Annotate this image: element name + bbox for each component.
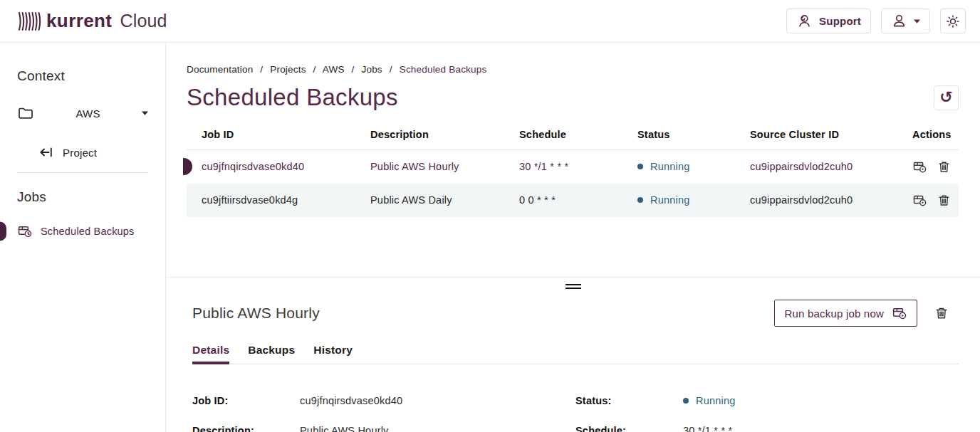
chevron-down-icon bbox=[914, 19, 920, 23]
table-header-row: Job ID Description Schedule Status Sourc… bbox=[187, 129, 959, 150]
breadcrumb-separator: / bbox=[390, 64, 392, 75]
run-backup-icon bbox=[892, 305, 907, 321]
drag-grip-icon bbox=[565, 284, 581, 289]
schedule-cell: 0 0 * * * bbox=[519, 184, 637, 217]
schedule-cell: 30 */1 * * * bbox=[519, 150, 637, 184]
status-badge: Running bbox=[637, 194, 750, 206]
sidebar-item-scheduled-backups[interactable]: Scheduled Backups bbox=[17, 223, 148, 239]
job-id-cell: cu9jfnqirsdvase0kd40 bbox=[202, 161, 304, 172]
sidebar-item-label: Scheduled Backups bbox=[41, 226, 135, 237]
theme-toggle-button[interactable] bbox=[940, 9, 966, 33]
breadcrumb: Documentation / Projects / AWS / Jobs / … bbox=[187, 64, 959, 75]
user-menu-button[interactable] bbox=[881, 9, 930, 33]
column-status: Status bbox=[637, 129, 750, 150]
tab-history[interactable]: History bbox=[313, 344, 353, 364]
page-title: Scheduled Backups bbox=[187, 84, 398, 111]
sidebar-divider bbox=[17, 172, 148, 173]
table-row[interactable]: cu9jftiirsdvase0kd4g Public AWS Daily 0 … bbox=[187, 184, 959, 217]
support-button[interactable]: Support bbox=[786, 9, 871, 33]
breadcrumb-separator: / bbox=[260, 64, 263, 75]
field-schedule: Schedule: 30 */1 * * * bbox=[575, 425, 959, 432]
user-icon bbox=[891, 13, 907, 29]
status-badge: Running bbox=[683, 395, 735, 406]
refresh-icon: ↺ bbox=[939, 90, 953, 105]
back-label: Project bbox=[63, 147, 97, 159]
brand-product: Cloud bbox=[120, 11, 167, 31]
breadcrumb-jobs[interactable]: Jobs bbox=[361, 64, 382, 75]
context-value: AWS bbox=[75, 107, 100, 120]
folder-icon bbox=[17, 105, 34, 121]
refresh-button[interactable]: ↺ bbox=[934, 85, 959, 110]
column-source-cluster-id: Source Cluster ID bbox=[750, 129, 912, 150]
context-dropdown[interactable]: AWS bbox=[17, 105, 148, 121]
column-job-id: Job ID bbox=[187, 129, 370, 150]
field-status: Status: Running bbox=[575, 395, 959, 406]
breadcrumb-aws[interactable]: AWS bbox=[323, 64, 345, 75]
active-item-marker bbox=[0, 222, 6, 241]
column-description: Description bbox=[370, 129, 519, 150]
app-header: kurrent Cloud Support bbox=[0, 0, 980, 43]
jobs-heading: Jobs bbox=[17, 189, 148, 205]
pane-resize-handle[interactable] bbox=[166, 277, 980, 295]
header-actions: Support bbox=[786, 9, 966, 33]
sun-icon bbox=[945, 14, 961, 29]
back-arrow-icon bbox=[38, 145, 54, 159]
breadcrumb-documentation[interactable]: Documentation bbox=[187, 64, 253, 75]
run-backup-now-label: Run backup job now bbox=[784, 307, 884, 320]
source-cluster-id-cell: cu9ippairsdvlod2cuh0 bbox=[750, 184, 912, 217]
status-dot-icon bbox=[637, 164, 643, 169]
brand-logo[interactable]: kurrent Cloud bbox=[17, 10, 167, 32]
support-label: Support bbox=[819, 15, 861, 27]
jobs-list-pane: Documentation / Projects / AWS / Jobs / … bbox=[166, 43, 980, 277]
status-dot-icon bbox=[637, 197, 643, 203]
run-backup-action-button[interactable] bbox=[912, 193, 927, 208]
chevron-down-icon bbox=[142, 111, 148, 115]
scheduled-backup-icon bbox=[17, 223, 33, 239]
breadcrumb-separator: / bbox=[352, 64, 355, 75]
support-icon bbox=[796, 13, 813, 29]
delete-job-button[interactable] bbox=[934, 306, 949, 320]
main-content: Documentation / Projects / AWS / Jobs / … bbox=[166, 0, 980, 432]
detail-fields: Job ID: cu9jfnqirsdvase0kd40 Status: Run… bbox=[192, 395, 959, 432]
source-cluster-id-cell: cu9ippairsdvlod2cuh0 bbox=[750, 150, 912, 184]
status-dot-icon bbox=[683, 398, 689, 404]
field-description: Description: Public AWS Hourly bbox=[192, 425, 575, 432]
breadcrumb-projects[interactable]: Projects bbox=[270, 64, 306, 75]
description-cell: Public AWS Daily bbox=[370, 184, 519, 217]
context-heading: Context bbox=[17, 68, 148, 84]
jobs-table: Job ID Description Schedule Status Sourc… bbox=[187, 129, 959, 217]
tab-backups[interactable]: Backups bbox=[248, 344, 295, 364]
tab-details[interactable]: Details bbox=[192, 344, 229, 364]
table-row[interactable]: cu9jfnqirsdvase0kd40 Public AWS Hourly 3… bbox=[187, 150, 959, 184]
breadcrumb-current: Scheduled Backups bbox=[400, 64, 487, 75]
selected-row-marker bbox=[183, 158, 192, 175]
field-job-id: Job ID: cu9jfnqirsdvase0kd40 bbox=[192, 395, 575, 406]
job-id-cell: cu9jftiirsdvase0kd4g bbox=[202, 194, 298, 206]
detail-tabs: Details Backups History bbox=[192, 344, 959, 364]
column-actions: Actions bbox=[912, 129, 959, 150]
run-backup-action-button[interactable] bbox=[912, 159, 927, 174]
delete-job-button[interactable] bbox=[937, 160, 951, 174]
back-to-project-link[interactable]: Project bbox=[17, 145, 148, 159]
column-schedule: Schedule bbox=[519, 129, 637, 150]
delete-job-button[interactable] bbox=[937, 194, 951, 207]
sidebar: Context AWS Project Jobs bbox=[0, 43, 166, 432]
job-detail-pane: Public AWS Hourly Run backup job now bbox=[166, 295, 980, 432]
brand-name: kurrent bbox=[46, 10, 112, 32]
detail-title: Public AWS Hourly bbox=[192, 305, 320, 322]
breadcrumb-separator: / bbox=[313, 64, 316, 75]
kurrent-wave-icon bbox=[17, 11, 41, 32]
status-badge: Running bbox=[637, 161, 750, 172]
run-backup-now-button[interactable]: Run backup job now bbox=[774, 300, 917, 327]
description-cell: Public AWS Hourly bbox=[370, 150, 519, 184]
